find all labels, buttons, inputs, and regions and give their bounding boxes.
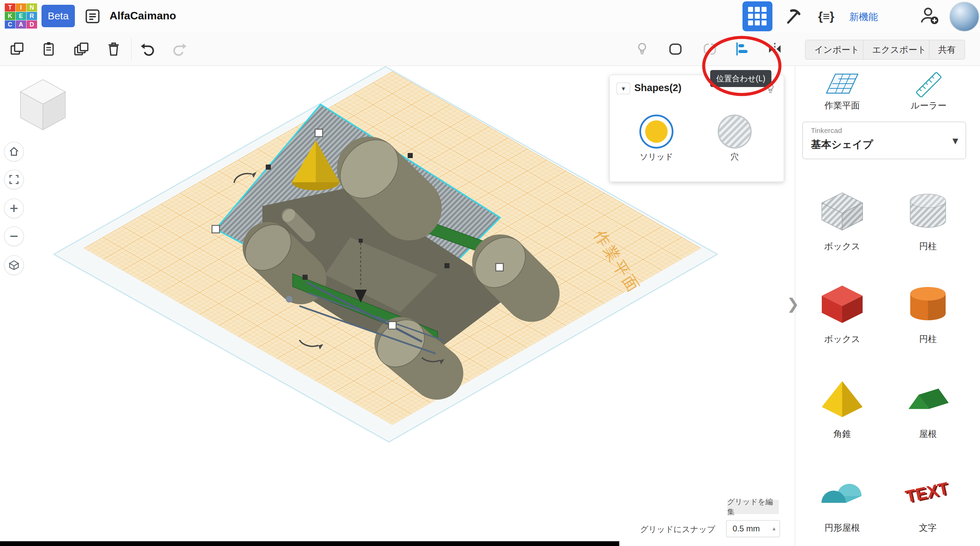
- shape-sidebar: 作業平面 ルーラー Tinkercad 基本シェイプ ▾ ボックス: [795, 66, 980, 546]
- snap-grid-label: グリッドにスナップ: [639, 524, 715, 535]
- redo-icon: [171, 41, 188, 57]
- view-cube[interactable]: [15, 76, 71, 135]
- logo-letter: K: [5, 12, 15, 20]
- perspective-toggle-button[interactable]: [4, 256, 24, 275]
- box-icon: [817, 281, 868, 327]
- hole-swatch: [718, 114, 752, 149]
- toolbar-separator: [131, 37, 132, 60]
- shape-item-box[interactable]: ボックス: [805, 281, 880, 360]
- logo-letter: A: [16, 21, 26, 29]
- shape-item-box-hole[interactable]: ボックス: [805, 189, 880, 267]
- paste-icon: [40, 41, 57, 57]
- logo-letter: T: [5, 3, 15, 11]
- undo-button[interactable]: [137, 38, 159, 60]
- shape-item-roof[interactable]: 屋根: [891, 376, 966, 454]
- design-properties-button[interactable]: [84, 8, 102, 25]
- mirror-button[interactable]: [764, 38, 786, 60]
- group-button[interactable]: [665, 38, 686, 60]
- edge-handle[interactable]: [444, 263, 450, 268]
- copy-button[interactable]: [6, 38, 28, 60]
- add-person-icon: [919, 5, 939, 26]
- ortho-cube-icon: [8, 260, 19, 271]
- scale-handle[interactable]: [212, 225, 220, 233]
- user-avatar[interactable]: [950, 2, 979, 32]
- shape-label: 円柱: [891, 333, 966, 345]
- apps-grid-button[interactable]: [743, 2, 772, 31]
- group-icon: [667, 41, 684, 57]
- export-button[interactable]: エクスポート: [863, 40, 935, 59]
- ruler-tool-label: ルーラー: [901, 100, 956, 111]
- tinkercad-logo[interactable]: T I N K E R C A D: [5, 3, 37, 29]
- shape-label: 角錐: [805, 428, 880, 440]
- scale-handle[interactable]: [388, 322, 396, 329]
- logo-letter: E: [16, 12, 26, 20]
- import-button[interactable]: インポート: [805, 40, 869, 59]
- share-button[interactable]: 共有: [929, 40, 965, 59]
- shape-item-pyramid[interactable]: 角錐: [805, 376, 880, 454]
- hole-option-label: 穴: [711, 151, 759, 162]
- fit-view-icon: [8, 174, 19, 185]
- svg-text:{≡}: {≡}: [818, 10, 834, 23]
- scale-handle[interactable]: [496, 263, 503, 271]
- shape-label: ボックス: [805, 240, 880, 252]
- collaborate-button[interactable]: [919, 5, 939, 26]
- solid-option-label: ソリッド: [633, 151, 680, 162]
- library-brand: Tinkercad: [811, 127, 842, 135]
- edit-grid-button[interactable]: グリッドを編集: [727, 500, 779, 514]
- snap-grid-value: 0.5 mm: [733, 521, 760, 537]
- shape-label: 屋根: [891, 428, 966, 440]
- scale-handle[interactable]: [315, 129, 323, 136]
- zoom-out-button[interactable]: [4, 227, 24, 246]
- ruler-tool[interactable]: [912, 72, 945, 98]
- header: T I N K E R C A D Beta AlfaCaimano: [0, 0, 980, 33]
- logo-letter: I: [16, 3, 26, 11]
- zoom-in-button[interactable]: [4, 198, 24, 218]
- tools-pickaxe-button[interactable]: [783, 6, 803, 27]
- edge-handle[interactable]: [266, 165, 271, 170]
- shape-item-text[interactable]: TEXT TEXT 文字: [891, 470, 966, 546]
- workplane-tool[interactable]: [825, 72, 859, 98]
- align-button[interactable]: [731, 38, 753, 60]
- tinkercad-editor: T I N K E R C A D Beta AlfaCaimano: [0, 0, 980, 546]
- cylinder-icon: [902, 281, 953, 327]
- height-handle-top[interactable]: [359, 239, 363, 243]
- ruler-icon: [912, 72, 945, 97]
- shape-label: 文字: [891, 522, 966, 534]
- workplane-icon: [825, 72, 859, 97]
- paste-button[interactable]: [38, 38, 60, 60]
- duplicate-button[interactable]: [70, 38, 92, 60]
- snap-grid-select[interactable]: 0.5 mm ▴: [726, 520, 780, 537]
- shape-label: ボックス: [805, 333, 880, 345]
- delete-button[interactable]: [103, 38, 124, 60]
- plus-icon: [8, 203, 19, 214]
- fit-view-button[interactable]: [4, 170, 24, 189]
- redo-button[interactable]: [169, 38, 190, 60]
- show-all-button[interactable]: [631, 38, 653, 60]
- ungroup-button[interactable]: [699, 38, 721, 60]
- window-edge: [0, 541, 619, 546]
- mirror-icon: [767, 41, 783, 57]
- box-hole-icon: [817, 189, 868, 234]
- sidebar-collapse-button[interactable]: ❯: [787, 295, 799, 313]
- inspector-title: Shapes(2): [634, 82, 682, 94]
- new-features-link[interactable]: 新機能: [850, 11, 878, 24]
- pickaxe-icon: [783, 7, 802, 26]
- align-icon: [734, 41, 750, 57]
- pyramid-icon: [817, 376, 868, 422]
- shape-item-cylinder-hole[interactable]: 円柱: [891, 189, 966, 267]
- round-roof-icon: [817, 470, 868, 516]
- edge-handle[interactable]: [302, 275, 308, 280]
- inspector-collapse-button[interactable]: ▾: [617, 83, 630, 94]
- codeblocks-button[interactable]: {≡}: [816, 6, 837, 27]
- svg-text:TEXT: TEXT: [904, 479, 950, 506]
- lightbulb-icon: [634, 41, 650, 57]
- shape-library-select[interactable]: Tinkercad 基本シェイプ ▾: [802, 122, 966, 159]
- design-title[interactable]: AlfaCaimano: [110, 10, 176, 22]
- toolbar: インポート エクスポート 共有: [0, 33, 980, 66]
- shape-item-round-roof[interactable]: 円形屋根: [805, 470, 880, 546]
- edge-handle[interactable]: [408, 153, 413, 158]
- shape-item-cylinder[interactable]: 円柱: [891, 281, 966, 360]
- logo-letter: N: [27, 3, 37, 11]
- home-view-button[interactable]: [4, 142, 24, 162]
- roof-icon: [902, 376, 953, 422]
